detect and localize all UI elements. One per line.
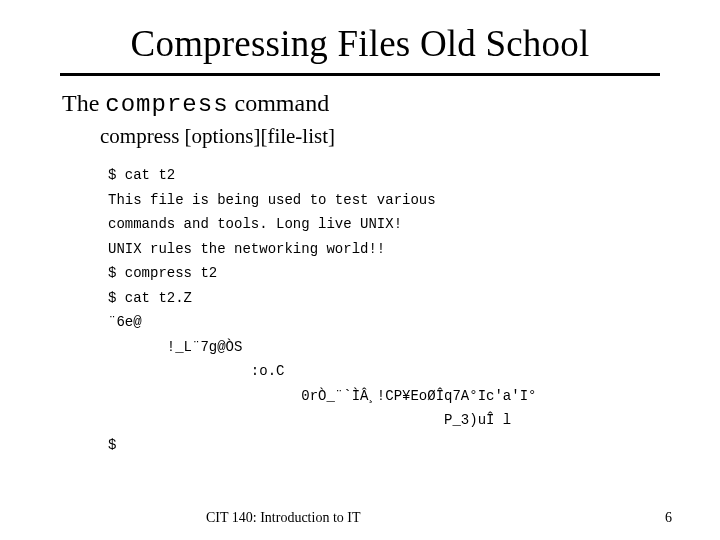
term-line: ¨6e@ [108, 314, 142, 330]
term-line: $ cat t2 [108, 167, 175, 183]
slide: Compressing Files Old School The compres… [0, 0, 720, 540]
term-line: This file is being used to test various [108, 192, 436, 208]
term-line: P_3)uÎ l [108, 412, 511, 428]
term-line: $ [108, 437, 116, 453]
term-line: commands and tools. Long live UNIX! [108, 216, 402, 232]
term-line: UNIX rules the networking world!! [108, 241, 385, 257]
term-line: $ compress t2 [108, 265, 217, 281]
syntax-line: compress [options][file-list] [100, 124, 720, 149]
page-title: Compressing Files Old School [0, 0, 720, 73]
subhead-command: compress [105, 91, 228, 118]
terminal-output: $ cat t2 This file is being used to test… [108, 163, 720, 457]
term-line: 0rÒ_¨`ÌÂ¸!CP¥EoØÎq7A°Ic'a'I° [108, 388, 536, 404]
subhead-suffix: command [229, 90, 330, 116]
term-line: :o.C [108, 363, 284, 379]
footer-course: CIT 140: Introduction to IT [206, 510, 361, 526]
term-line: !_L¨7g@ÒS [108, 339, 242, 355]
footer-page-number: 6 [665, 510, 672, 526]
subhead-prefix: The [62, 90, 105, 116]
subheading: The compress command [62, 90, 720, 118]
title-rule [60, 73, 660, 76]
term-line: $ cat t2.Z [108, 290, 192, 306]
